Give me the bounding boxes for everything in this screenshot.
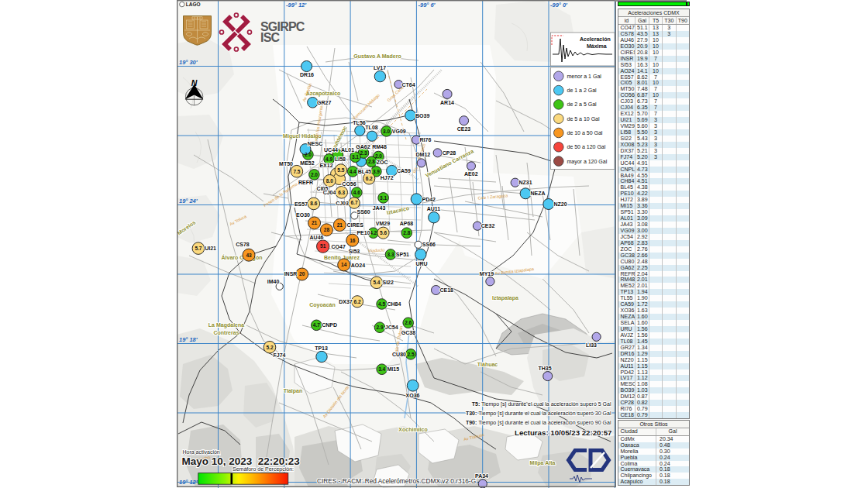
svg-text:NZ20: NZ20 bbox=[554, 201, 567, 207]
svg-text:CNPD: CNPD bbox=[322, 322, 337, 328]
svg-text:NESC: NESC bbox=[308, 141, 322, 146]
svg-text:4.9: 4.9 bbox=[326, 156, 332, 162]
svg-text:DM12: DM12 bbox=[416, 152, 431, 157]
svg-text:19° 18′: 19° 18′ bbox=[179, 336, 198, 343]
svg-text:EX12: EX12 bbox=[319, 163, 332, 168]
svg-text:LV17: LV17 bbox=[374, 65, 386, 70]
svg-text:GR27: GR27 bbox=[317, 100, 331, 105]
svg-text:Contreras: Contreras bbox=[213, 330, 239, 335]
svg-text:DX37: DX37 bbox=[339, 299, 353, 304]
svg-text:CE23: CE23 bbox=[457, 126, 471, 132]
svg-text:AU11: AU11 bbox=[427, 206, 441, 211]
svg-text:AL01: AL01 bbox=[341, 147, 354, 153]
svg-text:Aceleración: Aceleración bbox=[580, 36, 611, 42]
svg-text:PD42: PD42 bbox=[422, 197, 436, 202]
svg-text:2.8: 2.8 bbox=[403, 230, 410, 235]
svg-text:7.5: 7.5 bbox=[293, 169, 300, 174]
svg-text:CS78: CS78 bbox=[236, 242, 250, 247]
svg-text:PE10: PE10 bbox=[356, 230, 370, 235]
svg-text:16: 16 bbox=[350, 238, 356, 243]
svg-text:19° 24′: 19° 24′ bbox=[179, 198, 198, 204]
svg-text:TL56: TL56 bbox=[353, 120, 365, 125]
svg-text:NZ31: NZ31 bbox=[519, 180, 532, 185]
svg-text:DR16: DR16 bbox=[300, 72, 314, 77]
svg-text:La Magdalena: La Magdalena bbox=[208, 322, 244, 328]
svg-text:19° 12′: 19° 12′ bbox=[179, 479, 198, 486]
svg-text:REFR: REFR bbox=[298, 180, 313, 185]
svg-text:SI53: SI53 bbox=[349, 249, 360, 254]
svg-text:21: 21 bbox=[337, 222, 343, 228]
svg-text:Milpa Alta: Milpa Alta bbox=[530, 460, 556, 466]
svg-text:CO56: CO56 bbox=[342, 181, 356, 187]
svg-text:MT50: MT50 bbox=[279, 161, 293, 167]
svg-text:AU46: AU46 bbox=[310, 235, 324, 240]
svg-text:CT64: CT64 bbox=[402, 82, 415, 88]
svg-text:Máxima: Máxima bbox=[587, 43, 607, 49]
svg-text:Mayo 10, 2023 22:20:23: Mayo 10, 2023 22:20:23 bbox=[182, 455, 301, 467]
svg-text:ISC: ISC bbox=[260, 31, 281, 44]
svg-text:URU: URU bbox=[415, 261, 427, 266]
svg-text:4.4: 4.4 bbox=[350, 169, 356, 174]
svg-text:CH84: CH84 bbox=[388, 301, 401, 307]
svg-text:3.9: 3.9 bbox=[373, 169, 380, 174]
svg-text:T30: Tiempo [s] durante el cua: T30: Tiempo [s] durante el cual la acele… bbox=[466, 411, 611, 417]
svg-text:Gustavo A Madero: Gustavo A Madero bbox=[353, 53, 401, 59]
svg-text:TP13: TP13 bbox=[315, 345, 328, 351]
svg-text:SI22: SI22 bbox=[383, 280, 394, 285]
svg-text:mayor a 120 Gal: mayor a 120 Gal bbox=[567, 159, 608, 165]
svg-text:5.5: 5.5 bbox=[337, 167, 344, 173]
svg-text:SS66: SS66 bbox=[422, 242, 436, 247]
svg-text:6.2: 6.2 bbox=[353, 299, 360, 304]
svg-text:T90: Tiempo [s] durante el cua: T90: Tiempo [s] durante el cual la acele… bbox=[466, 420, 611, 426]
svg-text:CO47: CO47 bbox=[332, 244, 346, 249]
svg-text:LI33: LI33 bbox=[586, 342, 597, 348]
svg-text:3.4: 3.4 bbox=[378, 366, 385, 372]
svg-text:CIRES: CIRES bbox=[347, 222, 364, 228]
svg-text:2.0: 2.0 bbox=[305, 152, 312, 157]
svg-text:Coyoacán: Coyoacán bbox=[309, 302, 335, 308]
svg-text:LAGO: LAGO bbox=[186, 2, 201, 7]
svg-text:4.7: 4.7 bbox=[313, 322, 320, 328]
svg-text:-99° 12′: -99° 12′ bbox=[286, 2, 307, 9]
svg-text:5.7: 5.7 bbox=[195, 246, 202, 251]
svg-text:LI58: LI58 bbox=[335, 156, 346, 162]
svg-text:AR14: AR14 bbox=[440, 100, 454, 105]
svg-text:MY19: MY19 bbox=[480, 271, 494, 277]
svg-text:Iztapalapa: Iztapalapa bbox=[492, 295, 518, 301]
svg-text:FJ74: FJ74 bbox=[274, 352, 286, 358]
svg-text:BL45: BL45 bbox=[358, 169, 371, 174]
svg-text:-99° 0′: -99° 0′ bbox=[550, 2, 568, 9]
svg-text:28: 28 bbox=[324, 227, 330, 232]
svg-text:TL08: TL08 bbox=[365, 125, 377, 130]
svg-text:N: N bbox=[191, 78, 198, 88]
svg-text:2.0: 2.0 bbox=[375, 153, 382, 159]
svg-text:de 2 a 5 Gal: de 2 a 5 Gal bbox=[567, 101, 598, 107]
svg-text:6.3: 6.3 bbox=[338, 190, 345, 195]
svg-text:20: 20 bbox=[299, 271, 305, 277]
svg-text:CIRES - RACM: Red Acelerómetro: CIRES - RACM: Red Acelerómetros CDMX v2.… bbox=[317, 477, 476, 485]
svg-text:Xochimilco: Xochimilco bbox=[398, 427, 427, 432]
svg-text:CJ04: CJ04 bbox=[323, 190, 336, 195]
svg-text:HJ72: HJ72 bbox=[381, 175, 394, 180]
svg-text:AE02: AE02 bbox=[464, 171, 478, 177]
svg-text:CA59: CA59 bbox=[397, 168, 411, 174]
svg-text:6.2: 6.2 bbox=[366, 176, 373, 181]
svg-text:2.9: 2.9 bbox=[376, 325, 383, 330]
svg-text:3.1: 3.1 bbox=[352, 154, 359, 160]
svg-text:2.6: 2.6 bbox=[405, 320, 412, 325]
svg-text:MI15: MI15 bbox=[388, 366, 400, 372]
svg-text:menor a 1 Gal: menor a 1 Gal bbox=[567, 74, 602, 79]
svg-text:21: 21 bbox=[312, 220, 318, 225]
svg-text:Tláhuac: Tláhuac bbox=[477, 362, 498, 367]
svg-text:VM29: VM29 bbox=[376, 221, 390, 226]
svg-text:SP51: SP51 bbox=[396, 252, 409, 257]
svg-text:GC38: GC38 bbox=[401, 330, 415, 335]
svg-text:CP28: CP28 bbox=[443, 150, 456, 156]
svg-text:VG09: VG09 bbox=[392, 129, 406, 134]
svg-text:5.6: 5.6 bbox=[380, 230, 387, 235]
svg-text:6.7: 6.7 bbox=[350, 200, 357, 205]
svg-text:UC44: UC44 bbox=[324, 147, 338, 153]
svg-text:de 1 a 2 Gal: de 1 a 2 Gal bbox=[567, 88, 598, 93]
svg-text:CU80: CU80 bbox=[392, 352, 406, 357]
svg-text:-99° 6′: -99° 6′ bbox=[418, 2, 436, 9]
